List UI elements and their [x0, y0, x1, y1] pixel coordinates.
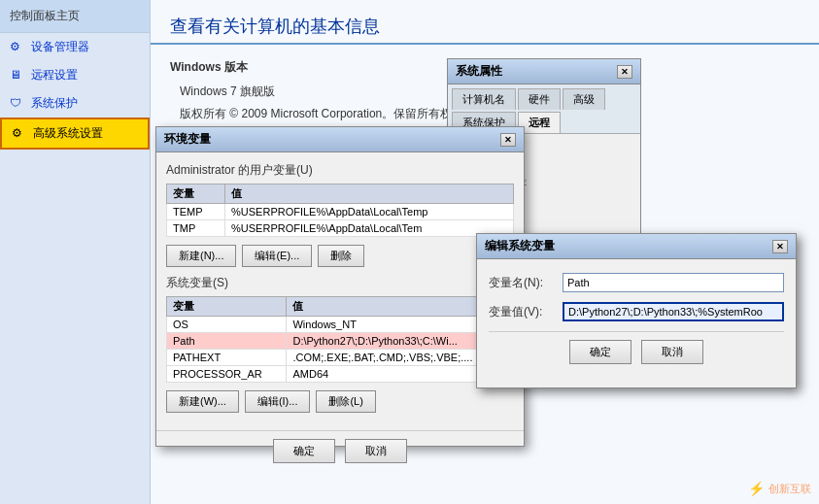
user-var-val-temp: %USERPROFILE%\AppData\Local\Temp	[225, 204, 514, 220]
sidebar-item-advanced-label: 高级系统设置	[33, 125, 103, 142]
dialog-edit-sysvar: 编辑系统变量 ✕ 变量名(N): 变量值(V): 确定 取消	[476, 233, 797, 388]
sidebar-item-remote-label: 远程设置	[31, 67, 78, 84]
user-var-name-tmp: TMP	[167, 220, 225, 237]
user-vars-table: 变量 值 TEMP %USERPROFILE%\AppData\Local\Te…	[166, 184, 514, 237]
watermark: ⚡ 创新互联	[748, 481, 811, 496]
table-row[interactable]: TMP %USERPROFILE%\AppData\Local\Tem	[167, 220, 514, 237]
sys-vars-new-btn[interactable]: 新建(W)...	[166, 390, 239, 413]
envvar-titlebar: 环境变量 ✕	[156, 127, 524, 152]
sidebar-item-system-protection[interactable]: 🛡 系统保护	[0, 89, 150, 118]
sys-vars-buttons: 新建(W)... 编辑(I)... 删除(L)	[166, 390, 514, 413]
edit-sysvar-titlebar-btns: ✕	[772, 240, 788, 253]
edit-varname-input[interactable]	[563, 273, 784, 292]
sidebar-item-sysprotect-label: 系统保护	[31, 95, 78, 112]
user-vars-col-val: 值	[225, 185, 514, 204]
envvar-footer-btns: 确定 取消	[156, 430, 524, 471]
user-vars-col-var: 变量	[167, 185, 225, 204]
device-manager-icon: ⚙	[10, 40, 25, 55]
sys-vars-col-var: 变量	[167, 297, 287, 317]
envvar-cancel-btn[interactable]: 取消	[345, 439, 407, 463]
sidebar-item-device-manager-label: 设备管理器	[31, 39, 89, 55]
edit-varval-label: 变量值(V):	[489, 304, 557, 320]
edit-sysvar-close-btn[interactable]: ✕	[772, 240, 788, 253]
table-row[interactable]: TEMP %USERPROFILE%\AppData\Local\Temp	[167, 204, 514, 220]
sys-var-pathext: PATHEXT	[167, 350, 287, 366]
table-row-path[interactable]: Path D:\Python27\;D:\Python33\;C:\Wi...	[167, 333, 514, 350]
sidebar-item-device-manager[interactable]: ⚙ 设备管理器	[0, 33, 150, 61]
edit-sysvar-title: 编辑系统变量	[485, 238, 555, 254]
sidebar-item-remote-settings[interactable]: 🖥 远程设置	[0, 61, 150, 89]
edit-varval-row: 变量值(V):	[489, 302, 784, 321]
page-title: 查看有关计算机的基本信息	[151, 0, 819, 45]
sysprop-partial-title: 系统属性	[456, 63, 502, 80]
tab-advanced[interactable]: 高级	[563, 88, 605, 110]
envvar-ok-btn[interactable]: 确定	[273, 439, 335, 463]
table-row[interactable]: PROCESSOR_AR AMD64	[167, 366, 514, 383]
table-row[interactable]: PATHEXT .COM;.EXE;.BAT;.CMD;.VBS;.VBE;..…	[167, 350, 514, 366]
user-vars-delete-btn[interactable]: 删除	[318, 245, 364, 267]
sysprop-partial-close-btn[interactable]: ✕	[617, 65, 632, 79]
user-vars-edit-btn[interactable]: 编辑(E)...	[242, 245, 312, 267]
edit-sysvar-cancel-btn[interactable]: 取消	[641, 340, 703, 364]
sys-vars-table: 变量 值 OS Windows_NT Path D:\Python27\;D:\…	[166, 296, 514, 383]
advanced-settings-icon: ⚙	[12, 126, 27, 142]
edit-varname-row: 变量名(N):	[489, 273, 784, 292]
sysprop-partial-titlebar: 系统属性 ✕	[448, 59, 640, 84]
edit-sysvar-titlebar: 编辑系统变量 ✕	[477, 234, 796, 259]
envvar-titlebar-btns: ✕	[500, 133, 516, 147]
table-row[interactable]: OS Windows_NT	[167, 317, 514, 333]
tab-computername[interactable]: 计算机名	[452, 88, 516, 110]
sys-var-processor: PROCESSOR_AR	[167, 366, 287, 383]
system-protection-icon: 🛡	[10, 96, 25, 112]
user-vars-new-btn[interactable]: 新建(N)...	[166, 245, 236, 267]
user-var-name-temp: TEMP	[167, 204, 225, 220]
edit-varname-label: 变量名(N):	[489, 275, 557, 291]
sidebar-item-advanced-settings[interactable]: ⚙ 高级系统设置	[0, 118, 150, 150]
user-vars-title: Administrator 的用户变量(U)	[166, 162, 514, 179]
user-vars-buttons: 新建(N)... 编辑(E)... 删除	[166, 245, 514, 267]
watermark-text: 创新互联	[768, 482, 811, 496]
sys-vars-title: 系统变量(S)	[166, 275, 514, 291]
sys-vars-delete-btn[interactable]: 删除(L)	[316, 390, 375, 413]
sys-vars-edit-btn[interactable]: 编辑(I)...	[245, 390, 311, 413]
edit-sysvar-ok-btn[interactable]: 确定	[569, 340, 631, 364]
dialog-envvar: 环境变量 ✕ Administrator 的用户变量(U) 变量 值 TEMP …	[155, 126, 525, 447]
tab-hardware[interactable]: 硬件	[518, 88, 561, 110]
sys-var-os: OS	[167, 317, 287, 333]
edit-sysvar-body: 变量名(N): 变量值(V): 确定 取消	[477, 259, 796, 372]
user-var-val-tmp: %USERPROFILE%\AppData\Local\Tem	[225, 220, 514, 237]
sidebar: 控制面板主页 ⚙ 设备管理器 🖥 远程设置 🛡 系统保护 ⚙ 高级系统设置	[0, 0, 151, 504]
envvar-close-btn[interactable]: ✕	[500, 133, 516, 147]
sidebar-title: 控制面板主页	[0, 0, 150, 33]
sys-var-path: Path	[167, 333, 287, 350]
edit-varval-input[interactable]	[563, 302, 784, 321]
remote-settings-icon: 🖥	[10, 68, 25, 84]
envvar-title: 环境变量	[164, 131, 211, 148]
envvar-body: Administrator 的用户变量(U) 变量 值 TEMP %USERPR…	[156, 152, 524, 430]
sysprop-partial-titlebar-btns: ✕	[617, 65, 632, 79]
